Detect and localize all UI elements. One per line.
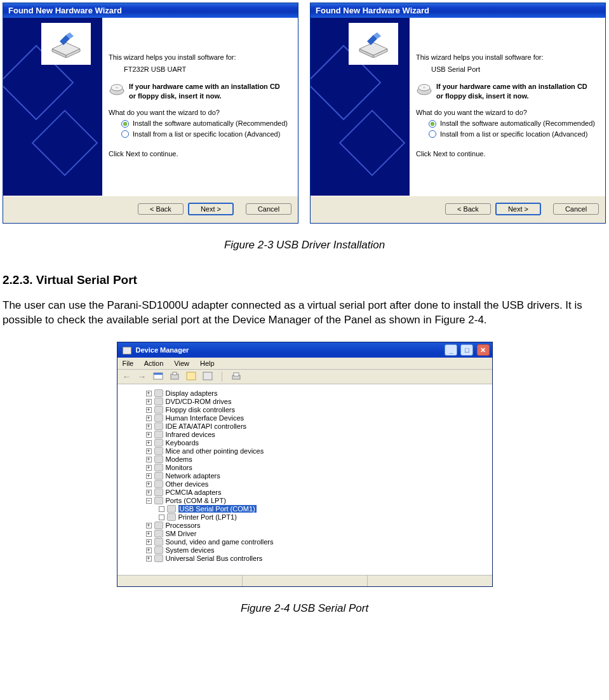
radio-auto-label: Install the software automatically (Reco… (440, 119, 595, 128)
device-manager-window: Device Manager _ □ ✕ File Action View He… (117, 342, 493, 588)
expand-icon[interactable] (159, 506, 164, 512)
wizard-question: What do you want the wizard to do? (416, 108, 596, 118)
tree-node[interactable]: +Universal Serial Bus controllers (133, 555, 486, 562)
expand-icon[interactable]: + (146, 448, 152, 454)
tree-node[interactable]: +Floppy disk controllers (133, 406, 486, 414)
cancel-button[interactable]: Cancel (246, 203, 291, 215)
tree-node[interactable]: +Other devices (133, 480, 486, 488)
tree-node[interactable]: +System devices (133, 546, 486, 554)
tree-node[interactable]: USB Serial Port (COM1) (133, 505, 486, 513)
tree-node[interactable]: +Keyboards (133, 439, 486, 447)
expand-icon[interactable]: + (146, 407, 152, 413)
continue-text: Click Next to continue. (416, 149, 596, 159)
tree-node[interactable]: +Infrared devices (133, 431, 486, 438)
next-button[interactable]: Next > (188, 203, 234, 215)
svg-rect-16 (187, 372, 196, 380)
device-icon (154, 555, 163, 562)
cd-text-2: or floppy disk, insert it now. (129, 92, 222, 100)
expand-icon[interactable]: + (146, 523, 152, 528)
tree-node[interactable]: +Processors (133, 522, 486, 529)
continue-text: Click Next to continue. (109, 149, 289, 159)
tree-node-label: Printer Port (LPT1) (178, 513, 237, 521)
device-icon (154, 422, 163, 430)
tree-node[interactable]: −Ports (COM & LPT) (133, 497, 486, 504)
figure-2-4-caption: Figure 2-4 USB Serial Port (3, 602, 606, 615)
tree-node-label: Sound, video and game controllers (166, 538, 274, 546)
dm-tree[interactable]: +Display adapters+DVD/CD-ROM drives+Flop… (117, 384, 492, 575)
radio-list[interactable]: Install from a list or specific location… (109, 130, 289, 139)
tree-node[interactable]: +SM Driver (133, 530, 486, 537)
device-icon (154, 447, 163, 455)
menu-action[interactable]: Action (144, 360, 164, 367)
back-button[interactable]: < Back (138, 203, 184, 215)
expand-icon[interactable]: + (146, 539, 152, 545)
tree-node-label: Keyboards (166, 439, 199, 447)
tree-node[interactable]: +Monitors (133, 464, 486, 471)
tree-node[interactable]: +Network adapters (133, 472, 486, 480)
expand-icon[interactable]: + (146, 424, 152, 429)
wizard-right: Found New Hardware Wizard This wizard he… (310, 3, 606, 224)
menu-file[interactable]: File (123, 360, 134, 367)
radio-list-label: Install from a list or specific location… (133, 130, 280, 139)
expand-icon[interactable] (159, 515, 164, 520)
expand-icon[interactable]: + (146, 415, 152, 421)
device-icon (154, 530, 163, 537)
dm-toolbar: ← → (117, 370, 492, 384)
nav-forward-icon[interactable]: → (138, 372, 147, 382)
device-icon (154, 398, 163, 405)
radio-icon (121, 130, 129, 138)
svg-point-5 (116, 86, 118, 88)
tree-node[interactable]: +IDE ATA/ATAPI controllers (133, 422, 486, 430)
expand-icon[interactable]: − (146, 498, 152, 504)
wizard-sidebar (3, 18, 102, 196)
tree-node-label: Modems (166, 455, 192, 463)
minimize-button[interactable]: _ (445, 344, 457, 356)
expand-icon[interactable]: + (146, 457, 152, 462)
cd-icon (416, 82, 432, 98)
toolbar-icon[interactable] (231, 372, 241, 382)
expand-icon[interactable]: + (146, 399, 152, 405)
cancel-button[interactable]: Cancel (553, 203, 599, 215)
expand-icon[interactable]: + (146, 473, 152, 479)
expand-icon[interactable]: + (146, 531, 152, 537)
tree-node[interactable]: +Modems (133, 455, 486, 463)
tree-node[interactable]: +PCMCIA adapters (133, 488, 486, 496)
device-name: FT232R USB UART (109, 65, 289, 74)
toolbar-icon[interactable] (203, 372, 213, 382)
expand-icon[interactable]: + (146, 481, 152, 487)
toolbar-icon[interactable] (153, 372, 163, 382)
expand-icon[interactable]: + (146, 440, 152, 446)
toolbar-icon[interactable] (170, 372, 180, 382)
tree-node-label: Universal Serial Bus controllers (166, 555, 263, 562)
back-button[interactable]: < Back (445, 203, 491, 215)
tree-node[interactable]: +Display adapters (133, 389, 486, 397)
radio-list[interactable]: Install from a list or specific location… (416, 130, 596, 139)
toolbar-icon[interactable] (186, 372, 196, 382)
radio-auto[interactable]: Install the software automatically (Reco… (109, 119, 289, 128)
expand-icon[interactable]: + (146, 391, 152, 396)
device-icon (154, 497, 163, 504)
wizard-intro: This wizard helps you install software f… (109, 53, 289, 62)
expand-icon[interactable]: + (146, 465, 152, 471)
tree-node[interactable]: +Human Interface Devices (133, 414, 486, 422)
expand-icon[interactable]: + (146, 490, 152, 495)
tree-node[interactable]: +Mice and other pointing devices (133, 447, 486, 455)
menu-help[interactable]: Help (200, 360, 215, 367)
menu-view[interactable]: View (174, 360, 189, 367)
maximize-button[interactable]: □ (460, 344, 473, 356)
radio-auto[interactable]: Install the software automatically (Reco… (416, 119, 596, 128)
device-icon (154, 472, 163, 480)
device-icon (154, 488, 163, 496)
tree-node[interactable]: +DVD/CD-ROM drives (133, 398, 486, 405)
svg-rect-19 (234, 373, 239, 376)
tree-node-label: Processors (166, 522, 201, 529)
tree-node[interactable]: +Sound, video and game controllers (133, 538, 486, 546)
expand-icon[interactable]: + (146, 556, 152, 562)
close-button[interactable]: ✕ (477, 344, 490, 356)
expand-icon[interactable]: + (146, 548, 152, 553)
tree-node[interactable]: Printer Port (LPT1) (133, 513, 486, 521)
next-button[interactable]: Next > (495, 203, 541, 215)
nav-back-icon[interactable]: ← (123, 372, 131, 382)
expand-icon[interactable]: + (146, 432, 152, 438)
tree-node-label: DVD/CD-ROM drives (166, 398, 232, 405)
